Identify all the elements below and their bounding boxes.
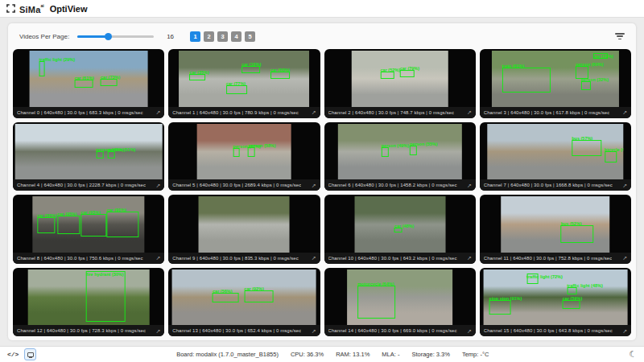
video-tile-channel-13[interactable]: car (56%)car (92%) Channel 13 | 640x480 …: [168, 268, 320, 337]
video-tile-channel-10[interactable]: car (48%) Channel 10 | 640x480 | 30.0 fp…: [324, 195, 476, 264]
dark-mode-toggle-icon[interactable]: ☾: [629, 350, 637, 359]
channel-status-text: Channel 15 | 640x480 | 30.0 fps | 643.8 …: [484, 328, 613, 333]
expand-icon[interactable]: ↗: [622, 255, 627, 261]
detection-box: car (86%): [37, 217, 55, 232]
expand-icon[interactable]: ↗: [155, 328, 160, 334]
detection-label: fire hydrant (30%): [86, 272, 123, 277]
video-tile-channel-9[interactable]: Channel 9 | 640x480 | 30.0 fps | 835.3 k…: [168, 195, 320, 264]
detection-label: person (51%): [108, 147, 136, 152]
video-wall-card: Videos Per Page: 16 12345 traffic light …: [8, 23, 636, 340]
channel-status-bar: Channel 8 | 640x480 | 30.0 fps | 750.6 k…: [13, 253, 164, 264]
expand-icon[interactable]: ↗: [155, 183, 160, 188]
detection-box: person (55%): [410, 146, 417, 155]
detection-box: car (79%): [400, 70, 415, 77]
video-thumbnail: traffic light (72%)traffic light (48%)st…: [483, 269, 627, 326]
detection-box: car (68%): [270, 72, 290, 79]
slider-thumb[interactable]: [105, 33, 112, 40]
expand-icon[interactable]: ↗: [467, 183, 472, 188]
detection-label: car (90%): [106, 208, 126, 212]
channel-status-text: Channel 1 | 640x480 | 30.0 fps | 780.9 k…: [172, 110, 299, 115]
brand-name: SiMaai: [19, 2, 47, 16]
video-thumbnail: [199, 196, 290, 253]
detection-label: person (58%): [248, 143, 276, 148]
page-button-2[interactable]: 2: [204, 31, 214, 42]
expand-icon[interactable]: ↗: [622, 109, 627, 115]
video-tile-channel-7[interactable]: bus (57%)bicycle (41%) Channel 7 | 640x4…: [480, 122, 631, 191]
video-tile-channel-15[interactable]: traffic light (72%)traffic light (48%)st…: [480, 268, 631, 337]
channel-status-bar: Channel 15 | 640x480 | 30.0 fps | 643.8 …: [480, 325, 631, 336]
expand-icon[interactable]: ↗: [312, 255, 316, 261]
video-tile-channel-1[interactable]: car (18%)car (68%)car (77%)car (35%) Cha…: [168, 49, 320, 118]
video-thumbnail: car (18%)car (68%)car (77%)car (35%): [179, 51, 309, 107]
expand-icon[interactable]: ↗: [622, 328, 627, 334]
channel-status-bar: Channel 0 | 640x480 | 30.0 fps | 683.3 k…: [13, 107, 164, 118]
detection-label: car (56%): [213, 289, 232, 294]
expand-icon[interactable]: ↗: [467, 255, 472, 261]
video-tile-channel-12[interactable]: fire hydrant (30%) Channel 12 | 640x480 …: [13, 268, 164, 337]
video-tile-channel-14[interactable]: motorcycle (64%) Channel 14 | 640x480 | …: [324, 268, 476, 337]
page-button-5[interactable]: 5: [245, 31, 255, 42]
video-thumbnail: motorcycle (64%): [347, 269, 453, 326]
detection-box: bus (57%): [572, 140, 601, 155]
expand-icon[interactable]: ↗: [312, 109, 316, 115]
channel-status-bar: Channel 9 | 640x480 | 30.0 fps | 835.3 k…: [168, 253, 320, 264]
detection-label: car (35%): [189, 70, 208, 75]
expand-icon[interactable]: ↗: [155, 255, 160, 261]
detection-box: car (93%): [80, 214, 106, 237]
detection-box: bus (52%): [561, 225, 594, 243]
video-thumbnail: fire hydrant (30%): [28, 269, 150, 326]
detection-box: car (56%): [213, 293, 238, 303]
expand-icon[interactable]: ↗: [467, 328, 472, 334]
channel-status-bar: Channel 1 | 640x480 | 30.0 fps | 780.9 k…: [168, 107, 320, 118]
detection-box: car (35%): [189, 74, 204, 80]
page-button-1[interactable]: 1: [190, 31, 200, 42]
channel-status-bar: Channel 2 | 640x480 | 30.0 fps | 748.7 k…: [324, 107, 476, 118]
detection-box: car (61%): [74, 80, 93, 88]
video-view-button[interactable]: [24, 348, 36, 360]
videos-per-page-slider[interactable]: [77, 31, 154, 41]
video-tile-channel-11[interactable]: bus (52%) Channel 11 | 640x480 | 30.0 fp…: [480, 195, 631, 264]
detection-box: fire hydrant (30%): [86, 271, 125, 322]
detection-label: train (61%): [502, 64, 524, 68]
detection-label: bus (52%): [561, 221, 582, 226]
channel-status-text: Channel 3 | 640x480 | 30.0 fps | 617.8 k…: [484, 110, 610, 115]
detection-box: car (90%): [106, 212, 138, 237]
detection-label: motorcycle (64%): [357, 282, 394, 286]
detection-label: car (48%): [394, 224, 414, 228]
video-thumbnail: car (52%)car (79%): [351, 51, 448, 107]
optiview-app: SiMaai OptiView Videos Per Page: 16 1234…: [0, 0, 644, 362]
expand-icon[interactable]: ↗: [155, 109, 160, 115]
channel-status-bar: Channel 5 | 640x480 | 30.0 fps | 2689.4 …: [168, 179, 320, 191]
videos-per-page-label: Videos Per Page:: [19, 33, 69, 40]
page-title: OptiView: [50, 4, 88, 14]
video-tile-channel-4[interactable]: person (45%)person (51%) Channel 4 | 640…: [13, 122, 164, 191]
detection-box: person (32%): [581, 81, 592, 90]
detection-box: traffic light (29%): [39, 61, 44, 76]
expand-icon[interactable]: ↗: [622, 183, 627, 188]
filter-list-icon[interactable]: [614, 32, 625, 40]
detection-box: car (59%): [563, 300, 580, 308]
page-button-3[interactable]: 3: [217, 31, 228, 42]
detection-label: car (22%): [593, 54, 613, 59]
code-view-icon[interactable]: </>: [7, 351, 19, 358]
detection-label: car (68%): [270, 68, 290, 72]
expand-icon[interactable]: ↗: [312, 328, 316, 334]
video-tile-channel-8[interactable]: car (86%)car (95%)car (93%)car (90%) Cha…: [13, 195, 164, 264]
video-tile-channel-5[interactable]: person (62%)person (58%) Channel 5 | 640…: [168, 122, 320, 191]
video-thumbnail: person (49%)person (55%): [337, 124, 461, 180]
detection-label: person (32%): [581, 77, 609, 82]
cpu-stat: CPU: 36.3%: [291, 351, 324, 358]
footer-left-tools: </>: [7, 348, 36, 360]
page-button-4[interactable]: 4: [231, 31, 242, 42]
detection-box: car (73%): [101, 79, 118, 86]
video-tile-channel-0[interactable]: traffic light (29%)car (61%)car (73%) Ch…: [13, 49, 164, 118]
channel-status-text: Channel 2 | 640x480 | 30.0 fps | 748.7 k…: [328, 110, 455, 115]
detection-box: car (22%): [593, 53, 607, 59]
video-tile-channel-3[interactable]: train (61%)car (22%)person (60%)person (…: [480, 49, 631, 118]
video-tile-channel-6[interactable]: person (49%)person (55%) Channel 6 | 640…: [324, 122, 476, 191]
video-thumbnail: car (56%)car (92%): [172, 269, 316, 326]
expand-icon[interactable]: ↗: [312, 183, 316, 188]
expand-icon[interactable]: ↗: [467, 109, 472, 115]
video-tile-channel-2[interactable]: car (52%)car (79%) Channel 2 | 640x480 |…: [324, 49, 476, 118]
detection-label: traffic light (72%): [526, 274, 563, 279]
